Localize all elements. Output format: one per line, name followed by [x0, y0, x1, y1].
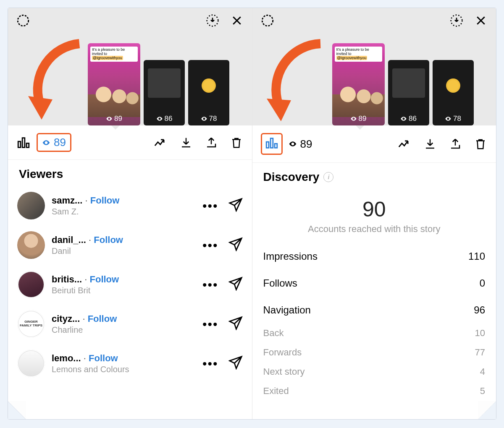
settings-icon[interactable] [15, 12, 32, 29]
avatar[interactable] [17, 192, 45, 219]
viewers-list: samz... · FollowSam Z.•••danil_... · Fol… [8, 186, 252, 383]
more-icon[interactable]: ••• [202, 282, 218, 288]
story-toolbar: 89 [252, 125, 496, 163]
story-thumb[interactable]: 78 [433, 60, 474, 125]
follow-link[interactable]: Follow [94, 235, 123, 245]
discovery-title: Discovery i [252, 163, 496, 189]
viewer-row[interactable]: GINGER FAMILY TRIPScityz... · FollowChar… [16, 304, 244, 344]
story-header: It's a pleasure to be invited to @Igroov… [8, 8, 252, 125]
thumb-view-count: 89 [88, 115, 140, 123]
viewer-fullname: Sam Z. [52, 207, 196, 217]
reach-number: 90 [263, 197, 486, 222]
share-icon[interactable] [448, 137, 462, 151]
stat-value: 0 [480, 277, 485, 289]
thumb-caption: It's a pleasure to be invited to @Igroov… [335, 47, 382, 62]
stat-row: Navigation96 [263, 297, 486, 324]
viewer-row[interactable]: britis... · FollowBeiruti Brit••• [16, 265, 244, 304]
thumb-view-count: 86 [144, 115, 185, 123]
settings-icon[interactable] [259, 12, 276, 29]
more-icon[interactable]: ••• [202, 242, 218, 248]
avatar[interactable]: GINGER FAMILY TRIPS [17, 310, 45, 338]
send-icon[interactable] [228, 277, 243, 292]
trash-icon[interactable] [229, 136, 244, 150]
viewer-username: lemo... [52, 353, 81, 363]
info-icon[interactable]: i [323, 172, 333, 182]
views-tab-highlighted[interactable]: 89 [37, 133, 71, 152]
viewer-fullname: Danil [52, 246, 196, 256]
story-toolbar: 89 [8, 125, 252, 160]
views-count: 89 [300, 138, 312, 151]
viewer-username: samz... [52, 195, 82, 206]
stat-label: Follows [263, 277, 297, 289]
thumb-view-count: 78 [188, 115, 229, 123]
stat-label: Next story [263, 366, 305, 377]
viewer-info: cityz... · FollowCharline [52, 313, 196, 335]
story-thumbnails: It's a pleasure to be invited to @Igroov… [88, 43, 229, 125]
save-icon[interactable] [423, 137, 437, 151]
viewer-fullname: Lemons and Colours [52, 365, 196, 374]
promote-icon[interactable] [154, 136, 168, 150]
viewers-title: Viewers [8, 160, 252, 186]
send-icon[interactable] [228, 355, 243, 371]
annotation-arrow [262, 37, 333, 121]
svg-marker-2 [28, 96, 52, 120]
viewer-row[interactable]: samz... · FollowSam Z.••• [16, 186, 244, 225]
corner-fold [8, 401, 26, 420]
save-icon[interactable] [179, 136, 193, 150]
send-icon[interactable] [228, 237, 243, 253]
follow-link[interactable]: Follow [88, 313, 117, 324]
avatar[interactable] [17, 350, 45, 377]
more-icon[interactable]: ••• [202, 203, 218, 209]
story-thumb[interactable]: 78 [188, 60, 229, 125]
viewer-row[interactable]: lemo... · FollowLemons and Colours••• [16, 344, 244, 383]
viewer-username: cityz... [52, 313, 80, 324]
viewer-fullname: Beiruti Brit [52, 286, 196, 295]
corner-fold [478, 401, 496, 420]
close-icon[interactable] [472, 12, 489, 29]
send-icon[interactable] [228, 316, 243, 332]
trash-icon[interactable] [473, 137, 488, 151]
nav-stat-row: Next story4 [263, 362, 486, 381]
views-tab[interactable]: 89 [289, 138, 312, 151]
thumb-view-count: 89 [332, 115, 385, 123]
reach-stat: 90 Accounts reached with this story [263, 193, 486, 243]
story-thumb-selected[interactable]: It's a pleasure to be invited to @Igroov… [332, 43, 385, 125]
more-icon[interactable]: ••• [202, 360, 218, 367]
viewer-username: britis... [52, 274, 82, 284]
follow-link[interactable]: Follow [90, 195, 120, 206]
nav-stat-row: Back10 [263, 324, 486, 343]
svg-marker-5 [267, 99, 291, 121]
share-icon[interactable] [204, 136, 218, 150]
stat-row: Follows0 [263, 270, 486, 297]
story-thumbnails: It's a pleasure to be invited to @Igroov… [332, 43, 474, 125]
insights-tab-icon[interactable] [16, 136, 31, 150]
viewer-fullname: Charline [52, 325, 196, 335]
avatar[interactable] [17, 231, 45, 259]
close-icon[interactable] [228, 12, 245, 29]
follow-link[interactable]: Follow [89, 353, 118, 363]
stat-label: Forwards [263, 347, 302, 358]
promote-icon[interactable] [398, 137, 412, 151]
reach-label: Accounts reached with this story [307, 223, 441, 235]
insights-tab-highlighted[interactable] [261, 133, 283, 155]
svg-point-0 [18, 15, 29, 26]
follow-link[interactable]: Follow [90, 274, 119, 284]
svg-point-3 [262, 15, 273, 26]
stat-value: 110 [468, 251, 485, 262]
story-thumb-selected[interactable]: It's a pleasure to be invited to @Igroov… [88, 43, 140, 125]
more-icon[interactable]: ••• [202, 321, 218, 327]
stat-value: 10 [475, 328, 485, 339]
stat-label: Exited [263, 386, 289, 397]
stat-value: 5 [480, 386, 485, 397]
stat-value: 96 [474, 304, 485, 316]
nav-stat-row: Forwards77 [263, 343, 486, 362]
story-thumb[interactable]: 86 [388, 60, 429, 125]
stat-label: Back [263, 328, 284, 339]
avatar[interactable] [17, 271, 45, 298]
download-icon[interactable] [204, 12, 221, 29]
send-icon[interactable] [228, 198, 243, 214]
download-icon[interactable] [448, 12, 465, 29]
story-thumb[interactable]: 86 [144, 60, 185, 125]
nav-stat-row: Exited5 [263, 381, 486, 401]
viewer-row[interactable]: danil_... · FollowDanil••• [16, 225, 244, 265]
